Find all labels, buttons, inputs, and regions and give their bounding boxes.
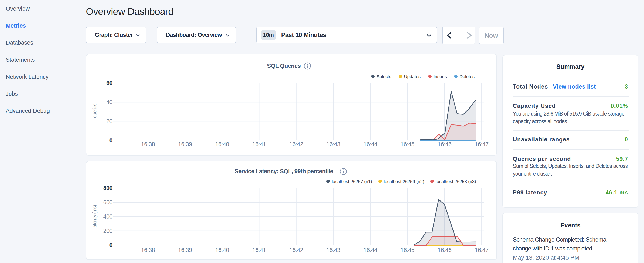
svg-text:16:42: 16:42 [289, 141, 303, 147]
svg-text:16:40: 16:40 [215, 247, 229, 253]
svg-text:localhost:26258 (n3): localhost:26258 (n3) [436, 179, 476, 184]
svg-text:0: 0 [109, 137, 112, 144]
svg-text:16:43: 16:43 [326, 247, 340, 253]
svg-text:16:38: 16:38 [141, 141, 155, 147]
svg-text:16:38: 16:38 [141, 247, 155, 253]
svg-text:Deletes: Deletes [460, 74, 474, 79]
svg-text:16:46: 16:46 [438, 141, 451, 147]
svg-text:16:44: 16:44 [364, 247, 378, 253]
svg-text:latency (ms): latency (ms) [92, 205, 98, 228]
svg-text:16:46: 16:46 [438, 247, 451, 253]
svg-text:800: 800 [103, 185, 112, 191]
svg-text:16:45: 16:45 [400, 247, 414, 253]
svg-text:16:39: 16:39 [178, 141, 192, 147]
svg-text:16:47: 16:47 [475, 141, 488, 147]
svg-text:16:42: 16:42 [289, 247, 303, 253]
svg-text:0: 0 [109, 242, 112, 248]
svg-text:60: 60 [106, 80, 112, 86]
svg-text:16:40: 16:40 [215, 141, 229, 147]
svg-text:40: 40 [106, 99, 112, 105]
svg-text:16:41: 16:41 [252, 247, 266, 253]
svg-text:600: 600 [103, 199, 112, 205]
svg-text:Inserts: Inserts [434, 74, 447, 79]
svg-text:400: 400 [103, 213, 112, 220]
svg-text:16:43: 16:43 [326, 141, 340, 147]
svg-text:200: 200 [103, 228, 112, 234]
svg-text:16:45: 16:45 [400, 141, 414, 147]
svg-text:16:41: 16:41 [252, 141, 266, 147]
svg-text:SQL Queries: SQL Queries [267, 63, 301, 69]
svg-text:localhost:26257 (n1): localhost:26257 (n1) [332, 179, 372, 184]
svg-text:20: 20 [106, 118, 112, 124]
svg-text:16:44: 16:44 [364, 141, 378, 147]
svg-text:Service Latency: SQL, 99th per: Service Latency: SQL, 99th percentile [234, 168, 333, 174]
svg-text:localhost:26259 (n2): localhost:26259 (n2) [384, 179, 424, 184]
svg-text:16:39: 16:39 [178, 247, 192, 253]
svg-text:Selects: Selects [376, 74, 391, 79]
svg-text:queries: queries [92, 104, 98, 118]
svg-text:16:47: 16:47 [475, 247, 488, 253]
svg-text:Updates: Updates [404, 74, 420, 79]
